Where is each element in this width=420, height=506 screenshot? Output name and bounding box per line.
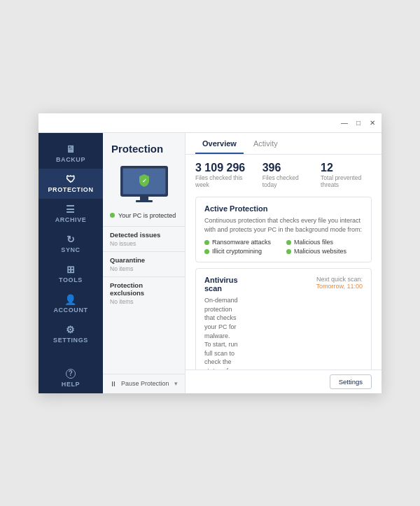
stat-label-files-today: Files checked today [262, 174, 307, 188]
exclusions-sub: No items [110, 298, 178, 305]
chevron-down-icon: ▾ [174, 380, 178, 387]
quarantine-sub: No items [110, 265, 178, 272]
features-grid: Ransomware attacks Malicious files Illic… [204, 239, 363, 255]
feature-label-ransomware: Ransomware attacks [212, 239, 271, 246]
window-controls: — □ ✕ [340, 118, 377, 127]
settings-icon: ⚙ [66, 325, 76, 335]
quarantine-section: Quarantine No items [103, 251, 185, 276]
stat-threats: 12 Total prevented threats [321, 162, 372, 189]
archive-icon: ☰ [66, 204, 76, 214]
tab-overview[interactable]: Overview [195, 133, 244, 154]
sidebar: 🖥 BACKUP 🛡 PROTECTION ☰ ARCHIVE ↻ SYNC ⊞… [38, 133, 103, 393]
status-text: Your PC is protected [118, 212, 176, 219]
left-panel: Protection ✓ [103, 133, 186, 393]
sidebar-label-sync: SYNC [61, 246, 80, 253]
svg-rect-5 [136, 200, 153, 202]
sidebar-label-backup: BACKUP [56, 156, 85, 163]
svg-rect-4 [140, 197, 148, 200]
stat-value-threats: 12 [321, 162, 372, 174]
detected-issues-section: Detected issues No issues [103, 226, 185, 251]
detected-issues-title: Detected issues [110, 231, 178, 239]
antivirus-layout: Antivirus scan On-demand protection that… [204, 276, 363, 369]
close-button[interactable]: ✕ [368, 118, 377, 127]
app-window: — □ ✕ 🖥 BACKUP 🛡 PROTECTION ☰ ARCHIVE ↻ … [38, 113, 382, 393]
stat-value-files-today: 396 [262, 162, 307, 174]
protection-icon: 🛡 [66, 174, 76, 184]
sidebar-item-archive[interactable]: ☰ ARCHIVE [38, 199, 103, 229]
antivirus-right: Next quick scan: Tomorrow, 11:00 Run ful… [245, 276, 363, 369]
left-panel-spacer [103, 309, 185, 374]
app-body: 🖥 BACKUP 🛡 PROTECTION ☰ ARCHIVE ↻ SYNC ⊞… [38, 133, 382, 393]
next-scan-label: Next quick scan: Tomorrow, 11:00 [316, 276, 363, 290]
sidebar-item-account[interactable]: 👤 ACCOUNT [38, 289, 103, 319]
pause-label: Pause Protection [121, 380, 170, 387]
maximize-button[interactable]: □ [354, 118, 363, 127]
active-protection-title: Active Protection [204, 204, 363, 213]
sidebar-label-account: ACCOUNT [53, 307, 88, 314]
sidebar-item-tools[interactable]: ⊞ TOOLS [38, 259, 103, 289]
feature-label-malicious-files: Malicious files [294, 239, 333, 246]
page-title: Protection [103, 133, 185, 160]
svg-text:✓: ✓ [141, 178, 146, 184]
settings-button[interactable]: Settings [330, 374, 372, 389]
sidebar-label-help: HELP [62, 381, 80, 388]
feature-cryptomining: Illicit cryptomining [204, 248, 281, 255]
backup-icon: 🖥 [66, 144, 76, 154]
sidebar-item-protection[interactable]: 🛡 PROTECTION [38, 169, 103, 199]
sidebar-label-archive: ARCHIVE [55, 216, 87, 223]
account-icon: 👤 [64, 295, 77, 304]
feature-label-malicious-websites: Malicious websites [294, 248, 346, 255]
stat-files-today: 396 Files checked today [262, 162, 307, 189]
feature-ransomware: Ransomware attacks [204, 239, 281, 246]
feature-dot-malicious-files [286, 240, 291, 245]
detected-issues-sub: No issues [110, 240, 178, 247]
antivirus-desc: On-demand protection that checks your PC… [204, 296, 238, 369]
tab-bar: Overview Activity [186, 133, 382, 155]
antivirus-title: Antivirus scan [204, 276, 238, 293]
next-scan-time: Tomorrow, 11:00 [316, 283, 363, 290]
feature-dot-ransomware [204, 240, 209, 245]
status-dot [110, 213, 115, 218]
feature-dot-cryptomining [204, 249, 209, 254]
status-indicator: Your PC is protected [103, 212, 185, 226]
main-footer: Settings [186, 370, 382, 393]
stat-files-week: 3 109 296 Files checked this week [195, 162, 248, 189]
antivirus-left: Antivirus scan On-demand protection that… [204, 276, 238, 369]
title-bar: — □ ✕ [38, 113, 382, 133]
feature-malicious-files: Malicious files [286, 239, 363, 246]
exclusions-title: Protection exclusions [110, 281, 178, 297]
antivirus-scan-card: Antivirus scan On-demand protection that… [195, 268, 372, 369]
stats-row: 3 109 296 Files checked this week 396 Fi… [195, 162, 372, 189]
main-content: 3 109 296 Files checked this week 396 Fi… [186, 155, 382, 370]
minimize-button[interactable]: — [340, 118, 349, 127]
stat-label-threats: Total prevented threats [321, 174, 372, 188]
quarantine-title: Quarantine [110, 256, 178, 264]
sidebar-item-settings[interactable]: ⚙ SETTINGS [38, 319, 103, 349]
active-protection-desc: Continuous protection that checks every … [204, 216, 363, 234]
active-protection-card: Active Protection Continuous protection … [195, 197, 372, 262]
feature-malicious-websites: Malicious websites [286, 248, 363, 255]
sync-icon: ↻ [66, 234, 76, 244]
sidebar-item-sync[interactable]: ↻ SYNC [38, 229, 103, 259]
tools-icon: ⊞ [66, 265, 76, 274]
feature-label-cryptomining: Illicit cryptomining [212, 248, 262, 255]
main-panel: Overview Activity 3 109 296 Files checke… [186, 133, 382, 393]
pause-protection-bar[interactable]: ⏸ Pause Protection ▾ [103, 374, 185, 393]
sidebar-label-settings: SETTINGS [53, 337, 88, 344]
monitor-image: ✓ [116, 163, 172, 205]
stat-label-files-week: Files checked this week [195, 174, 248, 188]
sidebar-item-help[interactable]: ? HELP [38, 363, 103, 393]
sidebar-label-tools: TOOLS [59, 276, 83, 283]
sidebar-label-protection: PROTECTION [48, 186, 93, 193]
help-icon: ? [66, 369, 76, 379]
sidebar-item-backup[interactable]: 🖥 BACKUP [38, 139, 103, 169]
exclusions-section: Protection exclusions No items [103, 276, 185, 309]
feature-dot-malicious-websites [286, 249, 291, 254]
tab-activity[interactable]: Activity [246, 133, 285, 154]
pause-icon: ⏸ [110, 380, 117, 388]
stat-value-files-week: 3 109 296 [195, 162, 248, 174]
